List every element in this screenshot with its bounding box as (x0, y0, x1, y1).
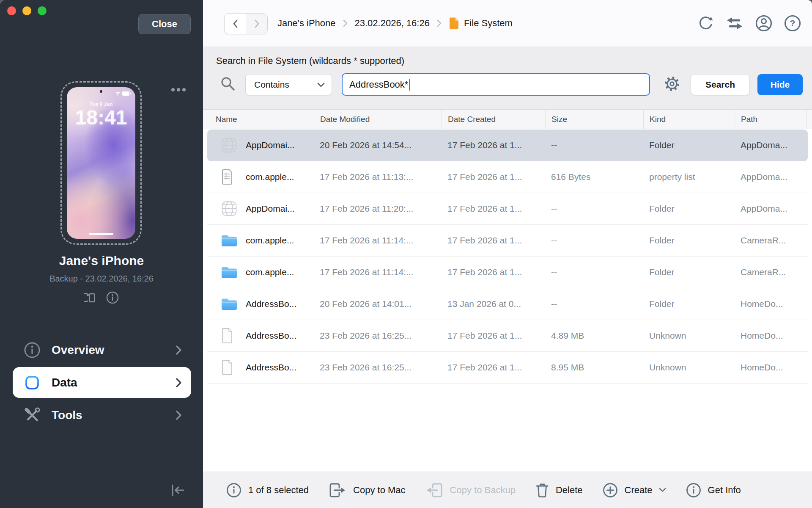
column-header-date-modified[interactable]: Date Modified (314, 110, 442, 129)
restore-device-icon (84, 290, 98, 305)
table-row[interactable]: com.apple... 17 Feb 2026 at 11:13:... 17… (207, 161, 808, 193)
row-icon (207, 359, 243, 376)
breadcrumb-device[interactable]: Jane's iPhone (277, 18, 336, 29)
chevron-right-icon (176, 410, 182, 421)
sidebar-nav: Overview Data (0, 334, 203, 431)
row-cell-name: AppDomai... (243, 140, 314, 150)
hide-button[interactable]: Hide (757, 74, 803, 95)
breadcrumb-file-system[interactable]: File System (449, 17, 513, 30)
close-window-icon[interactable] (7, 6, 16, 15)
row-cell-kind: property list (643, 172, 735, 182)
tools-icon (23, 406, 41, 424)
transfer-button[interactable] (725, 15, 744, 31)
row-cell-date-created: 17 Feb 2026 at 1... (442, 331, 545, 341)
back-button[interactable] (225, 14, 246, 34)
folder-icon (220, 233, 238, 248)
selection-info: 1 of 8 selected (226, 482, 309, 498)
breadcrumb-backup[interactable]: 23.02.2026, 16:26 (355, 18, 430, 29)
chevron-right-icon (176, 345, 182, 356)
folder-icon (220, 297, 238, 311)
sidebar-item-data[interactable]: Data (0, 366, 203, 399)
device-info-button[interactable] (106, 290, 119, 305)
toolbar-icons: ? (697, 0, 802, 47)
row-cell-name: com.apple... (243, 267, 314, 277)
row-cell-name: AddressBo... (243, 331, 314, 341)
document-icon (220, 359, 234, 376)
device-more-menu-button[interactable] (167, 83, 189, 97)
row-cell-name: AddressBo... (243, 362, 314, 373)
row-cell-size: 8.95 MB (545, 362, 643, 373)
search-input[interactable]: AddressBook* (342, 73, 650, 96)
row-cell-kind: Folder (643, 140, 735, 150)
document-icon (220, 327, 234, 344)
trash-icon (535, 482, 549, 498)
sidebar-item-tools[interactable]: Tools (0, 399, 203, 431)
row-cell-date-modified: 17 Feb 2026 at 11:14:... (314, 235, 442, 246)
table-row[interactable]: com.apple... 17 Feb 2026 at 11:14:... 17… (207, 257, 808, 288)
top-toolbar: Jane's iPhone 23.02.2026, 16:26 File Sys… (203, 0, 812, 47)
account-button[interactable] (754, 14, 773, 33)
row-cell-path: CameraR... (735, 235, 808, 246)
table-row[interactable]: AddressBo... 23 Feb 2026 at 16:25... 17 … (207, 320, 808, 352)
chevron-right-icon (254, 19, 260, 28)
row-cell-path: HomeDo... (735, 331, 808, 341)
wifi-icon (115, 91, 121, 96)
table-row[interactable]: AppDomai... 20 Feb 2026 at 14:54... 17 F… (207, 130, 808, 161)
row-icon (207, 327, 243, 344)
sidebar-item-overview[interactable]: Overview (0, 334, 203, 366)
column-header-kind[interactable]: Kind (643, 110, 735, 129)
column-header-size[interactable]: Size (545, 110, 643, 129)
table-row[interactable]: AppDomai... 17 Feb 2026 at 11:20:... 17 … (207, 193, 808, 225)
row-cell-date-modified: 23 Feb 2026 at 16:25... (314, 331, 442, 341)
refresh-button[interactable] (697, 14, 715, 32)
search-panel-label: Search in File System (wildcards * suppo… (216, 55, 404, 66)
history-nav (224, 13, 268, 34)
table-row[interactable]: AddressBo... 20 Feb 2026 at 14:01... 13 … (207, 288, 808, 320)
copy-to-mac-button[interactable]: Copy to Mac (328, 482, 406, 498)
row-cell-size: -- (545, 267, 643, 277)
copy-to-backup-button[interactable]: Copy to Backup (425, 482, 516, 498)
close-button[interactable]: Close (138, 14, 191, 34)
delete-button[interactable]: Delete (535, 482, 583, 498)
info-circle-icon (226, 482, 242, 498)
row-icon (207, 233, 243, 248)
search-button[interactable]: Search (691, 74, 750, 95)
action-label: Copy to Mac (353, 485, 406, 496)
row-cell-date-created: 13 Jan 2026 at 0... (442, 299, 545, 309)
row-cell-size: -- (545, 204, 643, 214)
property-list-icon (220, 168, 234, 185)
row-cell-date-modified: 20 Feb 2026 at 14:01... (314, 299, 442, 309)
plus-circle-icon (602, 482, 618, 498)
restore-device-button[interactable] (84, 290, 98, 305)
forward-button[interactable] (246, 14, 267, 34)
row-cell-name: com.apple... (243, 235, 314, 246)
app-domain-icon (220, 136, 238, 154)
create-button[interactable]: Create (602, 482, 666, 498)
collapse-sidebar-button[interactable] (167, 482, 189, 500)
table-row[interactable]: com.apple... 17 Feb 2026 at 11:14:... 17… (207, 225, 808, 257)
row-cell-kind: Folder (643, 204, 735, 214)
action-label: Get Info (708, 485, 741, 496)
breadcrumb: Jane's iPhone 23.02.2026, 16:26 File Sys… (277, 0, 513, 47)
minimize-window-icon[interactable] (22, 6, 31, 15)
chevron-down-icon (659, 488, 666, 492)
search-mode-dropdown[interactable]: Contains (245, 74, 332, 95)
main-panel: Jane's iPhone 23.02.2026, 16:26 File Sys… (203, 0, 812, 508)
account-icon (754, 14, 773, 33)
file-list: AppDomai... 20 Feb 2026 at 14:54... 17 F… (207, 130, 808, 472)
column-header-date-created[interactable]: Date Created (442, 110, 545, 129)
row-cell-date-modified: 17 Feb 2026 at 11:20:... (314, 204, 442, 214)
device-actions (0, 290, 203, 305)
get-info-button[interactable]: Get Info (686, 482, 741, 498)
phone-status-icons (115, 91, 131, 96)
row-cell-date-modified: 17 Feb 2026 at 11:13:... (314, 172, 442, 182)
help-button[interactable]: ? (783, 14, 802, 33)
zoom-window-icon[interactable] (38, 6, 47, 15)
search-settings-button[interactable] (663, 75, 681, 93)
sidebar-item-label: Data (52, 376, 77, 389)
table-row[interactable]: AddressBo... 23 Feb 2026 at 16:25... 17 … (207, 352, 808, 384)
column-header-path[interactable]: Path (735, 110, 806, 129)
column-header-name[interactable]: Name (207, 110, 314, 129)
text-cursor (409, 79, 410, 91)
battery-icon (122, 91, 131, 96)
